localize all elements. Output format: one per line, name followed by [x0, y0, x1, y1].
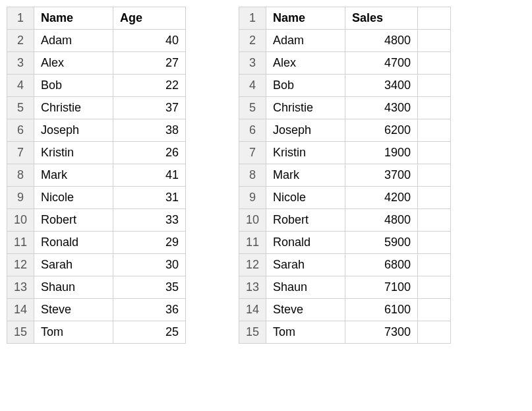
cell-name[interactable]: Bob [34, 75, 113, 97]
row-number[interactable]: 2 [7, 30, 34, 52]
row-number[interactable]: 15 [239, 321, 266, 344]
cell-value[interactable]: 26 [113, 142, 186, 164]
cell-value[interactable]: 37 [113, 97, 186, 119]
row-number[interactable]: 2 [239, 30, 266, 52]
cell-name[interactable]: Tom [34, 321, 113, 344]
cell-name[interactable]: Steve [34, 299, 113, 321]
row-number[interactable]: 8 [239, 164, 266, 187]
cell-value[interactable]: 35 [113, 276, 186, 299]
row-number[interactable]: 8 [7, 164, 34, 187]
cell-name[interactable]: Bob [266, 75, 345, 97]
cell-name[interactable]: Nicole [34, 187, 113, 209]
cell-value[interactable]: 41 [113, 164, 186, 187]
cell-value[interactable]: 7300 [345, 321, 418, 344]
cell-name[interactable]: Alex [266, 52, 345, 75]
row-number[interactable]: 5 [239, 97, 266, 119]
cell-value[interactable]: 29 [113, 232, 186, 254]
cell-value[interactable]: 1900 [345, 142, 418, 164]
cell-value[interactable]: 36 [113, 299, 186, 321]
cell-empty[interactable] [418, 276, 451, 299]
row-number[interactable]: 6 [7, 119, 34, 142]
row-number[interactable]: 12 [7, 254, 34, 276]
row-number[interactable]: 14 [239, 299, 266, 321]
header-name[interactable]: Name [34, 7, 113, 30]
cell-value[interactable]: 6200 [345, 119, 418, 142]
cell-empty[interactable] [418, 187, 451, 209]
cell-empty[interactable] [418, 142, 451, 164]
cell-name[interactable]: Steve [266, 299, 345, 321]
row-number[interactable]: 10 [239, 209, 266, 232]
cell-name[interactable]: Alex [34, 52, 113, 75]
cell-name[interactable]: Kristin [266, 142, 345, 164]
cell-value[interactable]: 25 [113, 321, 186, 344]
cell-name[interactable]: Adam [266, 30, 345, 52]
cell-name[interactable]: Nicole [266, 187, 345, 209]
row-number[interactable]: 1 [7, 7, 34, 30]
cell-value[interactable]: 4700 [345, 52, 418, 75]
cell-value[interactable]: 7100 [345, 276, 418, 299]
row-number[interactable]: 11 [239, 232, 266, 254]
cell-empty[interactable] [418, 30, 451, 52]
cell-name[interactable]: Adam [34, 30, 113, 52]
row-number[interactable]: 3 [239, 52, 266, 75]
cell-name[interactable]: Joseph [34, 119, 113, 142]
header-age[interactable]: Age [113, 7, 186, 30]
row-number[interactable]: 12 [239, 254, 266, 276]
row-number[interactable]: 7 [239, 142, 266, 164]
cell-name[interactable]: Robert [34, 209, 113, 232]
row-number[interactable]: 13 [239, 276, 266, 299]
row-number[interactable]: 11 [7, 232, 34, 254]
cell-value[interactable]: 4800 [345, 209, 418, 232]
cell-value[interactable]: 4200 [345, 187, 418, 209]
cell-empty[interactable] [418, 75, 451, 97]
cell-empty[interactable] [418, 164, 451, 187]
cell-name[interactable]: Mark [34, 164, 113, 187]
cell-value[interactable]: 4800 [345, 30, 418, 52]
cell-value[interactable]: 4300 [345, 97, 418, 119]
cell-value[interactable]: 33 [113, 209, 186, 232]
cell-name[interactable]: Shaun [34, 276, 113, 299]
row-number[interactable]: 9 [239, 187, 266, 209]
header-name[interactable]: Name [266, 7, 345, 30]
row-number[interactable]: 15 [7, 321, 34, 344]
cell-name[interactable]: Christie [266, 97, 345, 119]
row-number[interactable]: 10 [7, 209, 34, 232]
cell-name[interactable]: Kristin [34, 142, 113, 164]
cell-name[interactable]: Shaun [266, 276, 345, 299]
cell-value[interactable]: 30 [113, 254, 186, 276]
cell-value[interactable]: 31 [113, 187, 186, 209]
cell-empty[interactable] [418, 52, 451, 75]
cell-value[interactable]: 3700 [345, 164, 418, 187]
cell-name[interactable]: Christie [34, 97, 113, 119]
row-number[interactable]: 7 [7, 142, 34, 164]
cell-value[interactable]: 6100 [345, 299, 418, 321]
row-number[interactable]: 4 [7, 75, 34, 97]
row-number[interactable]: 4 [239, 75, 266, 97]
cell-value[interactable]: 27 [113, 52, 186, 75]
row-number[interactable]: 14 [7, 299, 34, 321]
cell-value[interactable]: 5900 [345, 232, 418, 254]
cell-name[interactable]: Sarah [266, 254, 345, 276]
row-number[interactable]: 6 [239, 119, 266, 142]
cell-value[interactable]: 22 [113, 75, 186, 97]
cell-empty[interactable] [418, 97, 451, 119]
cell-value[interactable]: 38 [113, 119, 186, 142]
row-number[interactable]: 13 [7, 276, 34, 299]
cell-empty[interactable] [418, 209, 451, 232]
cell-empty[interactable] [418, 7, 451, 30]
cell-empty[interactable] [418, 232, 451, 254]
cell-name[interactable]: Robert [266, 209, 345, 232]
row-number[interactable]: 1 [239, 7, 266, 30]
row-number[interactable]: 5 [7, 97, 34, 119]
cell-empty[interactable] [418, 321, 451, 344]
cell-value[interactable]: 40 [113, 30, 186, 52]
cell-name[interactable]: Ronald [266, 232, 345, 254]
cell-name[interactable]: Joseph [266, 119, 345, 142]
cell-value[interactable]: 6800 [345, 254, 418, 276]
cell-empty[interactable] [418, 119, 451, 142]
row-number[interactable]: 3 [7, 52, 34, 75]
cell-empty[interactable] [418, 299, 451, 321]
cell-value[interactable]: 3400 [345, 75, 418, 97]
cell-name[interactable]: Tom [266, 321, 345, 344]
cell-name[interactable]: Ronald [34, 232, 113, 254]
